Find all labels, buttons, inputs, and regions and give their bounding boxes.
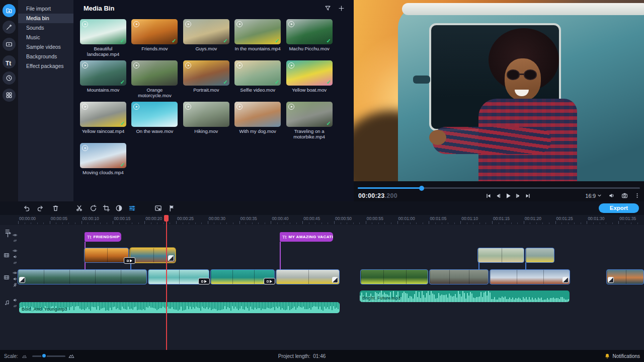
media-thumbnail[interactable]: ✓ — [80, 143, 126, 168]
menu-item-media-bin[interactable]: Media bin — [18, 14, 73, 23]
media-thumbnail[interactable]: ✓ — [80, 19, 126, 44]
timeline-ruler[interactable]: 00:00:0000:00:0500:00:1000:00:1500:00:20… — [0, 215, 644, 225]
crop-button[interactable] — [103, 204, 110, 212]
media-item[interactable]: ✓Yellow boat.mov — [284, 60, 335, 93]
undo-button[interactable] — [23, 204, 30, 212]
title-clip[interactable]: TtFRIENDSHIP — [85, 232, 121, 242]
rotate-button[interactable] — [90, 204, 97, 212]
adjustments-button[interactable] — [128, 204, 136, 212]
video-clip[interactable] — [360, 269, 428, 284]
menu-item-sounds[interactable]: Sounds — [18, 23, 73, 33]
media-thumbnail[interactable] — [131, 60, 178, 86]
audio-track-volume-icon[interactable] — [13, 296, 18, 301]
flag-button[interactable] — [168, 204, 176, 212]
rail-more-tools-button[interactable] — [3, 89, 16, 102]
transition-badge[interactable] — [124, 257, 135, 264]
transition-badge[interactable] — [198, 278, 210, 284]
title-track-link-icon[interactable] — [13, 236, 18, 241]
playhead-line[interactable] — [166, 215, 167, 350]
menu-item-sample-videos[interactable]: Sample videos — [18, 42, 73, 52]
overlay-video-clip[interactable] — [477, 248, 524, 263]
snapshot-icon[interactable] — [621, 192, 628, 199]
scale-slider-handle[interactable] — [41, 353, 47, 358]
pip-button[interactable] — [154, 204, 162, 212]
cut-button[interactable] — [75, 204, 83, 212]
media-thumbnail[interactable]: ✓ — [286, 102, 333, 127]
media-thumbnail[interactable]: ✓ — [286, 60, 333, 86]
rail-import-media-button[interactable] — [3, 4, 16, 17]
media-item[interactable]: Orange motorcycle.mov — [129, 60, 180, 98]
audio-clip[interactable]: Bold_And_Young.mp3 — [19, 302, 340, 313]
seek-bar[interactable] — [358, 187, 640, 189]
redo-button[interactable] — [37, 204, 44, 212]
more-options-icon[interactable] — [634, 192, 640, 199]
zoom-in-icon[interactable] — [68, 353, 74, 359]
export-button[interactable]: Export — [599, 203, 639, 213]
media-thumbnail[interactable] — [183, 102, 229, 127]
media-item[interactable]: ✓Selfie video.mov — [232, 60, 283, 93]
media-item[interactable]: On the wave.mov — [129, 102, 180, 134]
frame-back-button[interactable] — [495, 193, 501, 199]
media-thumbnail[interactable]: ✓ — [131, 19, 178, 44]
fade-out-badge[interactable] — [562, 277, 569, 283]
video-clip[interactable] — [606, 269, 644, 284]
playhead-handle[interactable] — [164, 215, 169, 222]
media-thumbnail[interactable] — [131, 102, 178, 127]
media-thumbnail[interactable]: ✓ — [234, 60, 281, 86]
play-button[interactable] — [505, 192, 512, 199]
media-thumbnail[interactable]: ✓ — [286, 19, 333, 44]
color-button[interactable] — [115, 204, 123, 212]
filter-icon[interactable] — [325, 5, 331, 12]
media-item[interactable]: ✓Yellow raincoat.mp4 — [78, 102, 128, 134]
fade-out-badge[interactable] — [332, 277, 338, 283]
media-item[interactable]: ✓Mountains.mov — [78, 60, 128, 93]
media-item[interactable]: ✓Friends.mov — [129, 19, 180, 51]
video-track-eye-icon[interactable] — [13, 268, 18, 273]
rail-titles-button[interactable]: Tt — [3, 55, 16, 68]
volume-icon[interactable] — [608, 192, 615, 199]
video-clip[interactable] — [18, 269, 147, 284]
media-thumbnail[interactable]: ✓ — [183, 19, 229, 44]
delete-button[interactable] — [52, 204, 59, 212]
menu-item-music[interactable]: Music — [18, 33, 73, 42]
media-thumbnail[interactable] — [234, 102, 281, 127]
zoom-out-icon[interactable] — [22, 354, 27, 358]
overlay-video-clip[interactable] — [84, 248, 129, 263]
media-item[interactable]: ✓In the mountains.mp4 — [232, 19, 283, 51]
media-item[interactable]: ✓Beautiful landscape.mp4 — [78, 19, 128, 57]
fade-in-badge[interactable] — [19, 277, 25, 283]
media-thumbnail[interactable]: ✓ — [234, 19, 281, 44]
menu-item-backgrounds[interactable]: Backgrounds — [18, 52, 73, 61]
media-item[interactable]: Hiking.mov — [181, 102, 231, 134]
scale-slider[interactable] — [32, 355, 65, 357]
rail-transitions-button[interactable] — [3, 38, 16, 51]
overlay-track-link-icon[interactable] — [13, 258, 18, 263]
rail-filters-button[interactable] — [3, 21, 16, 34]
video-clip[interactable] — [429, 269, 489, 284]
overlay-track-volume-icon[interactable] — [13, 252, 18, 257]
title-track-eye-icon[interactable] — [13, 231, 18, 236]
media-thumbnail[interactable]: ✓ — [80, 60, 126, 86]
menu-item-file-import[interactable]: File import — [18, 4, 73, 14]
media-item[interactable]: With my dog.mov — [232, 102, 283, 134]
audio-clip[interactable]: Bright_Future.mp3 — [360, 291, 570, 302]
media-item[interactable]: ✓Traveling on a motorbike.mp4 — [284, 102, 335, 139]
menu-item-effect-packages[interactable]: Effect packages — [18, 61, 73, 71]
skip-start-button[interactable] — [486, 193, 492, 199]
fade-out-badge[interactable] — [168, 255, 174, 261]
media-item[interactable]: ✓Guys.mov — [181, 19, 231, 51]
video-track-volume-icon[interactable] — [13, 274, 18, 279]
notifications-button[interactable]: Notifications — [604, 353, 640, 359]
rail-stickers-button[interactable] — [3, 71, 16, 85]
skip-end-button[interactable] — [525, 193, 531, 199]
media-thumbnail[interactable]: ✓ — [183, 60, 229, 86]
frame-forward-button[interactable] — [515, 193, 521, 199]
overlay-video-clip[interactable] — [130, 248, 176, 263]
add-media-icon[interactable] — [338, 5, 345, 12]
seek-handle[interactable] — [419, 186, 424, 191]
video-track-mute-icon[interactable] — [13, 280, 18, 285]
overlay-track-eye-icon[interactable] — [13, 246, 18, 251]
fade-in-badge[interactable] — [608, 277, 614, 283]
media-item[interactable]: ✓Portrait.mov — [181, 60, 231, 93]
title-clip[interactable]: TtMY AMAZING VACATION — [280, 232, 333, 242]
